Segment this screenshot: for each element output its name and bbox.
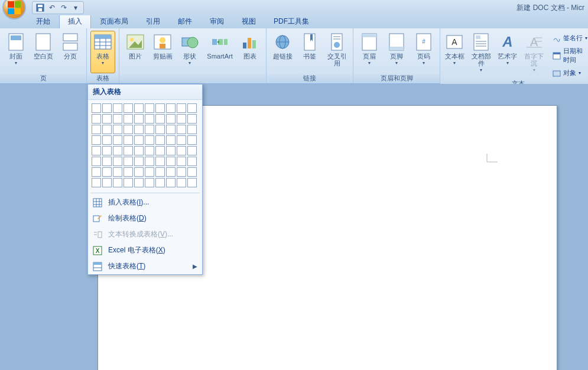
grid-cell[interactable] bbox=[155, 178, 165, 187]
grid-cell[interactable] bbox=[155, 157, 165, 166]
chart-button[interactable]: 图表 bbox=[238, 31, 262, 73]
grid-cell[interactable] bbox=[177, 167, 186, 177]
grid-cell[interactable] bbox=[166, 125, 176, 134]
grid-cell[interactable] bbox=[145, 125, 154, 134]
grid-cell[interactable] bbox=[92, 157, 101, 166]
grid-cell[interactable] bbox=[113, 135, 122, 145]
grid-cell[interactable] bbox=[102, 103, 112, 113]
grid-cell[interactable] bbox=[155, 103, 165, 113]
page-number-button[interactable]: # 页码▾ bbox=[411, 31, 436, 73]
grid-cell[interactable] bbox=[102, 178, 112, 187]
grid-cell[interactable] bbox=[124, 135, 133, 145]
grid-cell[interactable] bbox=[155, 114, 165, 124]
grid-cell[interactable] bbox=[92, 114, 101, 124]
grid-cell[interactable] bbox=[155, 135, 165, 145]
cover-page-button[interactable]: 封面▾ bbox=[4, 31, 28, 73]
excel-spreadsheet-item[interactable]: X Excel 电子表格(X) bbox=[88, 242, 202, 258]
grid-cell[interactable] bbox=[134, 114, 144, 124]
tab-mailings[interactable]: 邮件 bbox=[169, 14, 201, 28]
save-icon[interactable] bbox=[35, 2, 46, 13]
crossref-button[interactable]: 交叉引用 bbox=[324, 31, 349, 73]
grid-cell[interactable] bbox=[177, 146, 186, 155]
grid-cell[interactable] bbox=[145, 157, 154, 166]
grid-cell[interactable] bbox=[155, 167, 165, 177]
page-break-button[interactable]: 分页 bbox=[58, 31, 83, 73]
grid-cell[interactable] bbox=[187, 167, 197, 177]
dropcap-button[interactable]: A 首字下沉▾ bbox=[521, 31, 547, 73]
grid-cell[interactable] bbox=[187, 135, 197, 145]
grid-cell[interactable] bbox=[177, 157, 186, 166]
grid-cell[interactable] bbox=[124, 103, 133, 113]
grid-cell[interactable] bbox=[187, 114, 197, 124]
grid-cell[interactable] bbox=[113, 167, 122, 177]
grid-cell[interactable] bbox=[124, 167, 133, 177]
grid-cell[interactable] bbox=[166, 114, 176, 124]
grid-cell[interactable] bbox=[134, 146, 144, 155]
hyperlink-button[interactable]: 超链接 bbox=[270, 31, 295, 73]
footer-button[interactable]: 页脚▾ bbox=[384, 31, 409, 73]
clipart-button[interactable]: 剪贴画 bbox=[150, 31, 175, 73]
bookmark-button[interactable]: 书签 bbox=[297, 31, 322, 73]
datetime-button[interactable]: 日期和时间 bbox=[550, 45, 588, 66]
grid-cell[interactable] bbox=[134, 135, 144, 145]
grid-cell[interactable] bbox=[166, 103, 176, 113]
tab-references[interactable]: 引用 bbox=[137, 14, 169, 28]
grid-cell[interactable] bbox=[145, 114, 154, 124]
tab-page-layout[interactable]: 页面布局 bbox=[91, 14, 137, 28]
smartart-button[interactable]: SmartArt bbox=[204, 31, 235, 73]
grid-cell[interactable] bbox=[145, 146, 154, 155]
grid-cell[interactable] bbox=[166, 178, 176, 187]
tab-review[interactable]: 审阅 bbox=[201, 14, 233, 28]
blank-page-button[interactable]: 空白页 bbox=[31, 31, 56, 73]
object-button[interactable]: 对象▾ bbox=[550, 67, 588, 79]
grid-cell[interactable] bbox=[155, 125, 165, 134]
qat-more-icon[interactable]: ▾ bbox=[70, 2, 81, 13]
grid-cell[interactable] bbox=[187, 146, 197, 155]
grid-cell[interactable] bbox=[124, 178, 133, 187]
grid-cell[interactable] bbox=[102, 135, 112, 145]
wordart-button[interactable]: A 艺术字▾ bbox=[497, 31, 519, 73]
grid-cell[interactable] bbox=[187, 178, 197, 187]
undo-icon[interactable]: ↶ bbox=[47, 2, 57, 13]
grid-cell[interactable] bbox=[166, 135, 176, 145]
grid-cell[interactable] bbox=[134, 103, 144, 113]
grid-cell[interactable] bbox=[145, 135, 154, 145]
grid-cell[interactable] bbox=[145, 167, 154, 177]
insert-table-item[interactable]: 插入表格(I)... bbox=[88, 194, 202, 210]
grid-cell[interactable] bbox=[124, 125, 133, 134]
grid-cell[interactable] bbox=[102, 167, 112, 177]
signature-line-button[interactable]: 签名行▾ bbox=[550, 32, 588, 44]
quick-tables-item[interactable]: 快速表格(T) ▶ bbox=[88, 258, 202, 274]
tab-insert[interactable]: 插入 bbox=[59, 14, 91, 28]
grid-cell[interactable] bbox=[187, 103, 197, 113]
grid-cell[interactable] bbox=[134, 157, 144, 166]
table-button[interactable]: 表格▾ bbox=[90, 31, 115, 73]
grid-cell[interactable] bbox=[124, 114, 133, 124]
picture-button[interactable]: 图片 bbox=[123, 31, 148, 73]
grid-cell[interactable] bbox=[113, 157, 122, 166]
grid-cell[interactable] bbox=[113, 146, 122, 155]
shapes-button[interactable]: 形状▾ bbox=[177, 31, 202, 73]
grid-cell[interactable] bbox=[134, 167, 144, 177]
grid-cell[interactable] bbox=[113, 125, 122, 134]
tab-home[interactable]: 开始 bbox=[27, 14, 59, 28]
grid-cell[interactable] bbox=[177, 103, 186, 113]
grid-cell[interactable] bbox=[102, 146, 112, 155]
grid-cell[interactable] bbox=[113, 114, 122, 124]
grid-cell[interactable] bbox=[155, 146, 165, 155]
grid-cell[interactable] bbox=[92, 103, 101, 113]
grid-cell[interactable] bbox=[145, 178, 154, 187]
grid-cell[interactable] bbox=[134, 178, 144, 187]
grid-cell[interactable] bbox=[177, 135, 186, 145]
grid-cell[interactable] bbox=[177, 114, 186, 124]
grid-cell[interactable] bbox=[166, 157, 176, 166]
grid-cell[interactable] bbox=[187, 125, 197, 134]
grid-cell[interactable] bbox=[102, 114, 112, 124]
grid-cell[interactable] bbox=[187, 157, 197, 166]
grid-cell[interactable] bbox=[124, 157, 133, 166]
grid-cell[interactable] bbox=[166, 146, 176, 155]
grid-cell[interactable] bbox=[92, 167, 101, 177]
grid-cell[interactable] bbox=[92, 135, 101, 145]
table-grid-picker[interactable] bbox=[88, 100, 202, 192]
grid-cell[interactable] bbox=[92, 125, 101, 134]
